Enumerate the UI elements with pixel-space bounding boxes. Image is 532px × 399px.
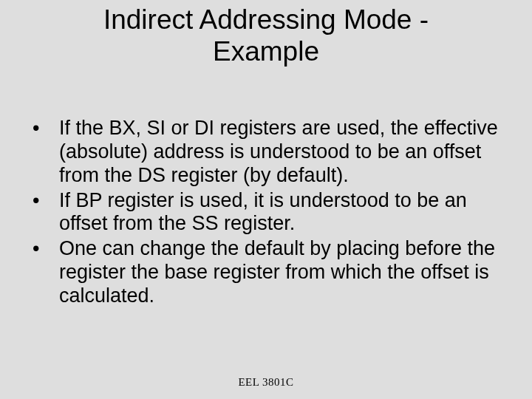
- list-item: If BP register is used, it is understood…: [27, 189, 502, 236]
- list-item: If the BX, SI or DI registers are used, …: [27, 117, 502, 188]
- footer-text: EEL 3801C: [238, 376, 293, 388]
- slide: Indirect Addressing Mode - Example If th…: [0, 0, 532, 399]
- list-item: One can change the default by placing be…: [27, 237, 502, 308]
- bullet-list: If the BX, SI or DI registers are used, …: [27, 117, 502, 308]
- title-line-2: Example: [213, 36, 319, 66]
- bullet-text: One can change the default by placing be…: [59, 237, 495, 307]
- slide-title: Indirect Addressing Mode - Example: [0, 0, 532, 67]
- bullet-text: If the BX, SI or DI registers are used, …: [59, 117, 498, 186]
- bullet-text: If BP register is used, it is understood…: [59, 189, 467, 235]
- slide-body: If the BX, SI or DI registers are used, …: [27, 117, 502, 310]
- slide-footer: EEL 3801C: [0, 376, 532, 389]
- title-line-1: Indirect Addressing Mode -: [103, 4, 429, 35]
